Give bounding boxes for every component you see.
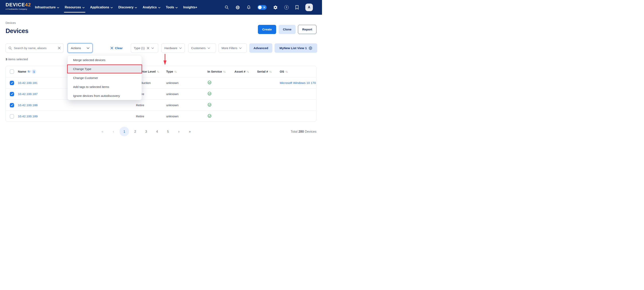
clone-button[interactable]: Clone: [279, 25, 296, 34]
report-button[interactable]: Report: [298, 25, 316, 34]
breadcrumb[interactable]: Devices: [6, 21, 16, 25]
cell-type: unknown: [166, 114, 178, 118]
chip-label: More Filters: [222, 46, 237, 50]
menu-item-merge-selected-devices[interactable]: Merge selected devices: [68, 56, 142, 64]
globe-icon[interactable]: [236, 5, 240, 10]
chevron-down-icon: [152, 47, 154, 49]
cell-service-level: Retire: [136, 114, 144, 118]
filter-chip-more-filters[interactable]: More Filters: [218, 43, 247, 53]
chevron-down-icon: [57, 7, 59, 8]
clear-filters-button[interactable]: Clear: [110, 43, 123, 53]
menu-item-change-customer[interactable]: Change Customer: [68, 73, 142, 82]
chevron-down-icon: [110, 7, 113, 8]
advanced-button[interactable]: Advanced: [249, 43, 272, 53]
device-name-link[interactable]: 10.42.100.189: [18, 114, 38, 118]
devices-table: Name 1 Service Level↑↓ Type↑↓ In Service…: [6, 66, 316, 122]
toggle-knob: [258, 6, 262, 9]
nav-label: Insights+: [183, 6, 197, 9]
avatar-initial: A: [308, 5, 310, 9]
actions-label: Actions: [71, 46, 81, 50]
pagination-page-5[interactable]: 5: [163, 127, 173, 136]
row-checkbox[interactable]: [10, 103, 14, 107]
filter-chip-customers[interactable]: Customers: [188, 43, 216, 53]
nav-label: Discovery: [118, 6, 134, 9]
column-header-name[interactable]: Name 1: [18, 69, 36, 74]
check-icon: [11, 104, 13, 106]
nav-item-resources[interactable]: Resources: [65, 6, 84, 9]
device-name-link[interactable]: 10.42.100.187: [18, 92, 38, 96]
column-header-asset[interactable]: Asset #↑↓: [234, 70, 249, 73]
column-header-in-service[interactable]: In Service↑↓: [208, 70, 226, 73]
column-header-serial[interactable]: Serial #↑↓: [257, 70, 272, 73]
selection-count: 3: [6, 58, 7, 61]
sort-icon[interactable]: ↑↓: [223, 70, 226, 73]
pagination-page-2[interactable]: 2: [130, 127, 140, 136]
column-header-type[interactable]: Type↑↓: [166, 70, 177, 73]
nav-item-infrastructure[interactable]: Infrastructure: [35, 6, 59, 9]
chevron-down-icon: [208, 47, 210, 49]
chevron-down-icon: [179, 47, 182, 49]
pagination-next[interactable]: ›: [174, 127, 184, 136]
search-icon[interactable]: [224, 5, 229, 10]
search-input[interactable]: [14, 46, 56, 50]
sort-icon[interactable]: ↑↓: [246, 70, 249, 73]
os-link[interactable]: Microsoft Windows 10 170: [280, 81, 316, 85]
top-navbar: DEVICE42 A Freshworks Company Infrastruc…: [0, 0, 322, 15]
chip-label: Customers: [191, 46, 206, 50]
remove-filter-icon[interactable]: [147, 47, 150, 50]
pagination-last[interactable]: »: [185, 127, 194, 136]
nav-item-insights[interactable]: Insights+: [183, 6, 197, 9]
help-icon[interactable]: ?: [284, 5, 289, 10]
menu-item-change-type[interactable]: Change Type: [67, 64, 142, 73]
bell-icon[interactable]: [246, 5, 251, 10]
header-label: Asset #: [234, 70, 245, 73]
table-row: 10.42.100.187 Retire unknown: [6, 88, 316, 99]
annotation-arrow-icon: [163, 54, 167, 65]
sort-icon[interactable]: ↑↓: [269, 70, 272, 73]
sort-icon[interactable]: ↑↓: [157, 70, 159, 73]
column-header-os[interactable]: OS↑↓: [280, 70, 316, 73]
row-checkbox[interactable]: [10, 81, 14, 85]
header-label: Name: [18, 70, 26, 73]
search-icon: [8, 46, 12, 50]
pagination-prev[interactable]: ‹: [108, 127, 118, 136]
row-checkbox[interactable]: [10, 114, 14, 118]
x-icon: [110, 47, 113, 50]
nav-item-tools[interactable]: Tools: [166, 6, 178, 9]
nav-label: Infrastructure: [35, 6, 56, 9]
sort-icon[interactable]: ↑↓: [174, 70, 177, 73]
sort-ascending-icon[interactable]: [28, 70, 30, 73]
nav-item-analytics[interactable]: Analytics: [142, 6, 160, 9]
avatar[interactable]: A: [305, 4, 313, 11]
devices-page: DEVICE42 A Freshworks Company Infrastruc…: [0, 0, 322, 145]
menu-item-add-tags[interactable]: Add tags to selected items: [68, 82, 142, 91]
nav-item-discovery[interactable]: Discovery: [118, 6, 137, 9]
pagination-page-4[interactable]: 4: [152, 127, 162, 136]
clear-search-icon[interactable]: [58, 47, 61, 50]
brand-logo[interactable]: DEVICE42 A Freshworks Company: [6, 2, 31, 10]
actions-dropdown-menu: Merge selected devices Change Type Chang…: [68, 55, 142, 100]
row-checkbox[interactable]: [10, 92, 14, 96]
gear-icon[interactable]: [309, 46, 312, 50]
select-all-checkbox[interactable]: [10, 69, 14, 74]
list-view-button[interactable]: MyNew List View 1: [274, 43, 317, 53]
theme-toggle[interactable]: [258, 5, 266, 10]
pagination-first[interactable]: «: [98, 127, 107, 136]
device-name-link[interactable]: 10.42.100.188: [18, 103, 38, 107]
create-button[interactable]: Create: [258, 25, 276, 34]
pagination-page-3[interactable]: 3: [141, 127, 151, 136]
menu-item-ignore-devices[interactable]: Ignore devices from autodiscovery: [68, 91, 142, 100]
brand-name: DEVICE42: [6, 2, 31, 7]
actions-dropdown-button[interactable]: Actions: [68, 43, 92, 53]
device-name-link[interactable]: 10.42.100.181: [18, 81, 38, 85]
sort-icon[interactable]: ↑↓: [285, 70, 288, 73]
selection-status: 3 items selected: [6, 58, 28, 61]
help-glyph: ?: [286, 6, 287, 9]
gear-icon[interactable]: [273, 5, 278, 10]
filter-chip-type[interactable]: Type (1): [131, 43, 158, 53]
filter-chip-hardware[interactable]: Hardware: [162, 43, 185, 53]
table-row: 10.42.100.181 Production unknown Microso…: [6, 77, 316, 88]
pagination-page-1[interactable]: 1: [120, 127, 129, 136]
nav-item-applications[interactable]: Applications: [90, 6, 113, 9]
bookmark-icon[interactable]: [295, 5, 299, 10]
